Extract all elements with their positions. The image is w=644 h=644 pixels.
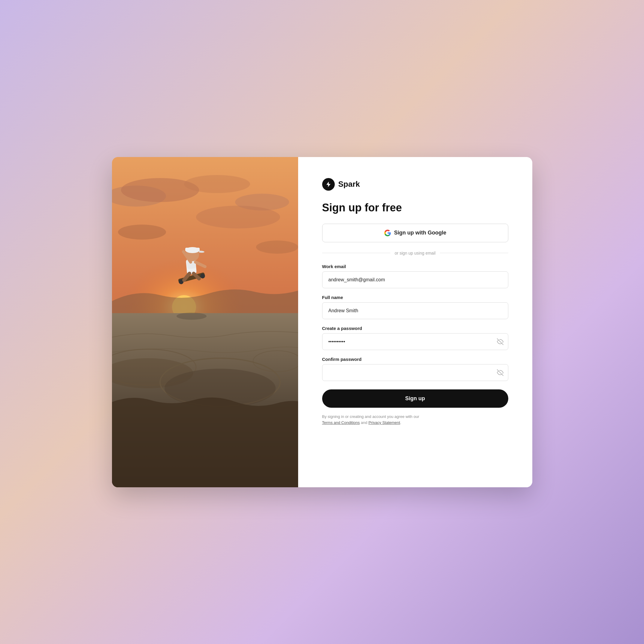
photo-panel [112, 157, 298, 487]
signup-button[interactable]: Sign up [322, 389, 508, 408]
eye-off-icon [497, 338, 503, 345]
password-field-group: Create a password [322, 326, 508, 350]
svg-point-8 [118, 225, 166, 240]
confirm-password-label: Confirm password [322, 357, 508, 362]
google-signup-button[interactable]: Sign up with Google [322, 224, 508, 242]
page-title: Sign up for free [322, 201, 508, 214]
email-input-wrap [322, 271, 508, 288]
logo-icon [322, 178, 335, 191]
email-input[interactable] [322, 271, 508, 288]
legal-suffix: . [400, 420, 401, 425]
divider-line-left [322, 253, 391, 253]
divider: or sign up using email [322, 251, 508, 255]
privacy-link[interactable]: Privacy Statement [368, 420, 400, 425]
password-toggle-icon[interactable] [497, 338, 503, 345]
legal-and: and [361, 420, 367, 425]
email-field-group: Work email [322, 264, 508, 288]
fullname-field-group: Full name [322, 295, 508, 319]
fullname-input[interactable] [322, 302, 508, 319]
google-button-label: Sign up with Google [394, 230, 446, 236]
fullname-label: Full name [322, 295, 508, 300]
divider-line-right [440, 253, 508, 253]
divider-text: or sign up using email [395, 251, 435, 255]
svg-point-5 [184, 175, 250, 193]
brand-name: Spark [338, 180, 360, 189]
legal-prefix: By signing in or creating and account yo… [322, 414, 419, 419]
fullname-input-wrap [322, 302, 508, 319]
svg-point-28 [177, 313, 207, 320]
password-input-wrap [322, 333, 508, 350]
legal-text: By signing in or creating and account yo… [322, 414, 508, 426]
signup-card: Spark Sign up for free Sign up with Goog… [112, 157, 532, 487]
lightning-icon [325, 181, 332, 188]
eye-off-icon-2 [497, 369, 503, 376]
confirm-password-toggle-icon[interactable] [497, 369, 503, 376]
confirm-password-field-group: Confirm password [322, 357, 508, 381]
svg-rect-23 [185, 248, 200, 251]
password-label: Create a password [322, 326, 508, 331]
google-icon [384, 229, 391, 237]
logo-row: Spark [322, 178, 508, 191]
password-input[interactable] [322, 333, 508, 350]
svg-point-7 [196, 206, 280, 228]
email-label: Work email [322, 264, 508, 269]
confirm-password-input[interactable] [322, 364, 508, 381]
confirm-password-input-wrap [322, 364, 508, 381]
svg-point-9 [256, 240, 298, 254]
terms-link[interactable]: Terms and Conditions [322, 420, 360, 425]
form-panel: Spark Sign up for free Sign up with Goog… [298, 157, 532, 487]
